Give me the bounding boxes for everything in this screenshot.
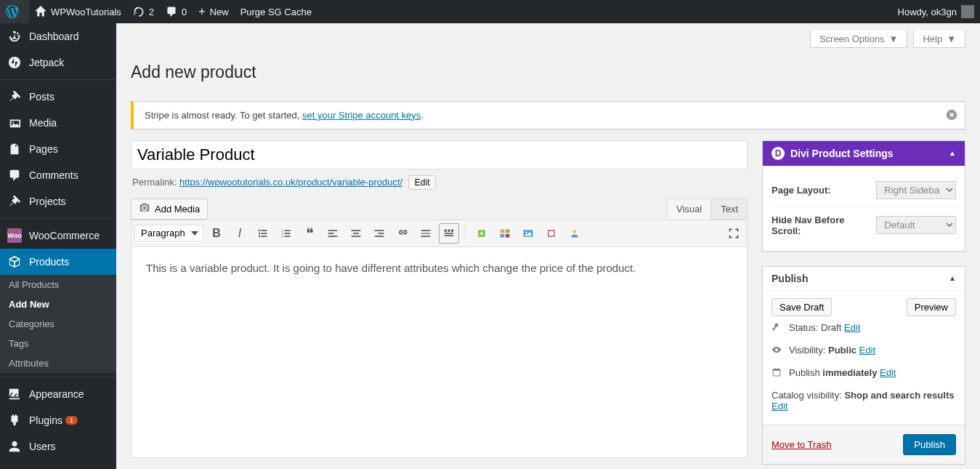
edit-status-link[interactable]: Edit: [844, 322, 860, 333]
svg-rect-15: [328, 230, 338, 231]
svg-rect-30: [445, 233, 453, 234]
admin-bar: WPWooTutorials 2 0 + New Purge SG Cache …: [0, 0, 980, 23]
submenu-categories[interactable]: Categories: [0, 314, 116, 334]
edit-catalog-link[interactable]: Edit: [772, 401, 787, 412]
image-button[interactable]: [518, 223, 538, 244]
page-layout-select[interactable]: Right Sidebar: [876, 181, 956, 199]
products-icon: [7, 254, 22, 269]
permalink-link[interactable]: https://wpwootutorials.co.uk/product/var…: [179, 177, 402, 188]
dismiss-icon[interactable]: [946, 109, 957, 124]
align-right-button[interactable]: [369, 223, 389, 244]
dashboard-icon: [7, 29, 22, 44]
align-left-button[interactable]: [323, 223, 343, 244]
help-button[interactable]: Help ▼: [913, 31, 965, 48]
svg-rect-24: [421, 230, 431, 231]
svg-text:3: 3: [282, 234, 284, 238]
italic-button[interactable]: I: [230, 223, 250, 244]
svg-rect-4: [262, 230, 267, 231]
submenu-add-new[interactable]: Add New: [0, 294, 116, 314]
menu-users[interactable]: Users: [0, 433, 116, 460]
projects-icon: [7, 194, 22, 209]
svg-point-3: [259, 230, 260, 231]
fullscreen-button[interactable]: [724, 223, 744, 244]
wp-logo[interactable]: [0, 0, 29, 23]
jetpack-icon: [7, 55, 22, 70]
format-select[interactable]: Paragraph: [134, 225, 203, 241]
divi-icon: D: [772, 147, 785, 160]
new-link[interactable]: + New: [193, 0, 234, 23]
submenu-all-products[interactable]: All Products: [0, 275, 116, 294]
site-name-link[interactable]: WPWooTutorials: [29, 0, 127, 23]
hide-nav-select[interactable]: Default: [876, 216, 956, 234]
calendar-icon: [772, 367, 783, 377]
svg-rect-33: [501, 229, 505, 233]
bold-button[interactable]: B: [206, 223, 227, 244]
insert-button[interactable]: [471, 223, 492, 244]
menu-media[interactable]: Media: [0, 110, 116, 136]
howdy-text: Howdy, ok3gn: [898, 7, 957, 17]
collapse-icon[interactable]: ▲: [949, 149, 956, 157]
svg-rect-44: [774, 369, 775, 371]
save-draft-button[interactable]: Save Draft: [772, 298, 832, 316]
submenu-tags[interactable]: Tags: [0, 334, 116, 353]
gallery-button[interactable]: [541, 223, 562, 244]
editor-content[interactable]: This is a variable product. It is going …: [131, 247, 748, 458]
svg-rect-19: [353, 233, 359, 234]
menu-woocommerce[interactable]: WooWooCommerce: [0, 223, 116, 249]
refresh-icon: [133, 6, 145, 17]
pages-icon: [7, 142, 22, 156]
plugins-icon: [7, 413, 22, 428]
pin-icon: [7, 89, 22, 104]
align-center-button[interactable]: [346, 223, 366, 244]
link-button[interactable]: [392, 223, 413, 244]
comments-link[interactable]: 0: [160, 0, 193, 23]
svg-rect-22: [378, 233, 384, 234]
menu-jetpack[interactable]: Jetpack: [0, 49, 116, 76]
user-button[interactable]: [564, 223, 585, 244]
menu-dashboard[interactable]: Dashboard: [0, 23, 116, 49]
products-submenu: All Products Add New Categories Tags Att…: [0, 275, 116, 373]
menu-plugins[interactable]: Plugins1: [0, 407, 116, 433]
svg-point-7: [259, 236, 260, 237]
menu-posts[interactable]: Posts: [0, 84, 116, 110]
publish-box: Publish ▲ Save Draft Preview Status: Dra…: [762, 266, 965, 465]
wordpress-icon: [6, 5, 19, 18]
svg-point-41: [573, 230, 577, 233]
edit-permalink-button[interactable]: Edit: [408, 175, 437, 190]
add-media-button[interactable]: Add Media: [131, 199, 208, 220]
svg-rect-43: [773, 369, 780, 371]
menu-pages[interactable]: Pages: [0, 136, 116, 162]
svg-rect-17: [328, 236, 338, 237]
quote-button[interactable]: ❝: [299, 223, 320, 244]
columns-button[interactable]: [495, 223, 515, 244]
howdy-link[interactable]: Howdy, ok3gn: [892, 0, 980, 23]
text-tab[interactable]: Text: [711, 199, 748, 220]
updates-link[interactable]: 2: [127, 0, 160, 23]
toolbar-toggle-button[interactable]: [439, 223, 459, 244]
edit-visibility-link[interactable]: Edit: [859, 345, 875, 356]
divi-settings-box: D Divi Product Settings ▲ Page Layout: R…: [762, 140, 965, 252]
purge-cache-link[interactable]: Purge SG Cache: [235, 0, 317, 23]
bullet-list-button[interactable]: [253, 223, 273, 244]
move-to-trash-link[interactable]: Move to Trash: [772, 439, 831, 450]
number-list-button[interactable]: 123: [276, 223, 296, 244]
users-icon: [7, 439, 22, 454]
screen-options-button[interactable]: Screen Options ▼: [810, 31, 907, 48]
svg-rect-31: [445, 235, 453, 236]
product-title-input[interactable]: [131, 140, 748, 169]
menu-products[interactable]: Products: [0, 249, 116, 275]
publish-button[interactable]: Publish: [903, 434, 956, 455]
svg-rect-18: [352, 230, 361, 231]
menu-appearance[interactable]: Appearance: [0, 381, 116, 407]
preview-button[interactable]: Preview: [907, 298, 956, 316]
stripe-keys-link[interactable]: set your Stripe account keys: [302, 110, 421, 121]
menu-comments[interactable]: Comments: [0, 162, 116, 188]
collapse-icon[interactable]: ▲: [949, 274, 956, 282]
edit-publish-link[interactable]: Edit: [880, 367, 896, 378]
svg-rect-37: [524, 230, 533, 237]
submenu-attributes[interactable]: Attributes: [0, 353, 116, 373]
visual-tab[interactable]: Visual: [667, 199, 711, 220]
menu-projects[interactable]: Projects: [0, 188, 116, 215]
more-button[interactable]: [416, 223, 436, 244]
svg-rect-26: [421, 236, 431, 237]
